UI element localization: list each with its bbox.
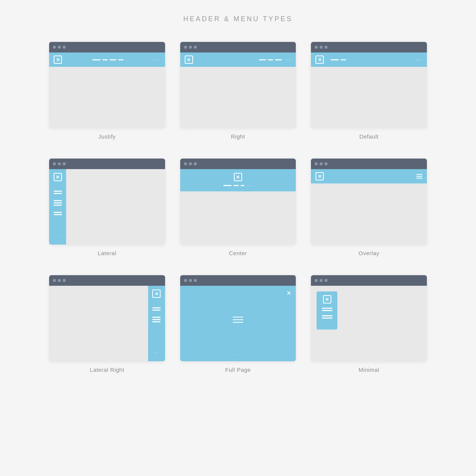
logo-x: ✕ bbox=[236, 175, 240, 180]
logo-icon: ✕ bbox=[185, 55, 193, 64]
dot3 bbox=[194, 46, 197, 49]
dot1 bbox=[184, 162, 187, 165]
sidebar-right: ✕ ·· bbox=[148, 286, 165, 361]
bar3 bbox=[152, 317, 161, 318]
content-lr bbox=[49, 286, 148, 361]
page-title: HEADER & MENU TYPES bbox=[183, 15, 293, 23]
layout-grid: ✕ ··· bbox=[49, 42, 427, 373]
label-right: Right bbox=[231, 133, 245, 140]
dot1 bbox=[315, 162, 318, 165]
label-center: Center bbox=[229, 250, 247, 256]
dots-icon: ··· bbox=[154, 57, 161, 63]
sidebar-item1 bbox=[152, 307, 161, 311]
mini-panel: ✕ ··· bbox=[317, 291, 337, 330]
window-right: ✕ ··· bbox=[180, 42, 296, 128]
dash2 bbox=[268, 59, 273, 60]
logo-x: ✕ bbox=[325, 297, 329, 302]
fp-nav bbox=[233, 317, 243, 323]
nav-dashes bbox=[92, 59, 124, 60]
sidebar-dots: ··· bbox=[55, 234, 60, 241]
dot2 bbox=[320, 46, 323, 49]
card-lateral: ✕ bbox=[49, 159, 165, 256]
fp-line1 bbox=[233, 317, 243, 317]
sidebar-nav bbox=[54, 189, 62, 234]
dash1 bbox=[223, 185, 232, 186]
card-default: ✕ ··· Default bbox=[311, 42, 427, 140]
card-lateral-right: ✕ ·· bbox=[49, 275, 165, 373]
dots-icon: ··· bbox=[416, 57, 422, 63]
dot3 bbox=[63, 162, 66, 165]
dot3 bbox=[325, 46, 328, 49]
window-default: ✕ ··· bbox=[311, 42, 427, 128]
titlebar-justify bbox=[49, 42, 165, 52]
card-right: ✕ ··· Right bbox=[180, 42, 296, 140]
header-left: ✕ bbox=[54, 55, 62, 64]
dot2 bbox=[189, 279, 192, 282]
body-minimal: ✕ ··· bbox=[311, 286, 427, 361]
body-center: ✕ ··· bbox=[180, 169, 296, 245]
bar3 bbox=[54, 200, 62, 201]
dash2 bbox=[341, 59, 346, 60]
titlebar-right bbox=[180, 42, 296, 52]
sidebar-dots: ··· bbox=[154, 350, 159, 357]
sidebar-item2 bbox=[54, 200, 62, 206]
header-right: ··· bbox=[416, 57, 422, 63]
header-left: ✕ bbox=[315, 55, 346, 64]
titlebar-minimal bbox=[311, 275, 427, 286]
mini-item1 bbox=[322, 308, 332, 311]
dots-icon: ··· bbox=[285, 57, 291, 62]
logo-x: ✕ bbox=[318, 174, 322, 179]
logo-icon: ✕ bbox=[152, 290, 161, 298]
bar4 bbox=[54, 202, 62, 203]
logo-icon: ✕ bbox=[323, 295, 331, 303]
label-minimal: Minimal bbox=[359, 367, 379, 373]
dot2 bbox=[58, 279, 61, 282]
hline2 bbox=[416, 176, 422, 177]
bar2 bbox=[152, 310, 161, 311]
body-justify: ✕ ··· bbox=[49, 52, 165, 128]
fp-line2 bbox=[233, 319, 243, 320]
bar2 bbox=[54, 193, 62, 194]
titlebar-overlay bbox=[311, 159, 427, 169]
titlebar-full-page bbox=[180, 275, 296, 286]
header-right-nav: ··· bbox=[259, 57, 291, 62]
label-lateral: Lateral bbox=[98, 250, 116, 256]
dot2 bbox=[189, 162, 192, 165]
fp-dots: · · bbox=[235, 353, 241, 357]
fp-line3 bbox=[233, 322, 243, 323]
header-center bbox=[92, 59, 124, 60]
mbar4 bbox=[322, 317, 332, 319]
bar5 bbox=[54, 205, 62, 206]
titlebar-lateral-right bbox=[49, 275, 165, 286]
mini-item2 bbox=[322, 315, 332, 319]
hamburger-icon bbox=[416, 174, 422, 179]
dash3 bbox=[110, 59, 116, 60]
header-justify: ✕ ··· bbox=[49, 52, 165, 67]
logo-x: ✕ bbox=[56, 175, 60, 180]
titlebar-default bbox=[311, 42, 427, 52]
dot2 bbox=[320, 162, 323, 165]
logo-row: ✕ bbox=[234, 173, 242, 181]
bar1 bbox=[152, 307, 161, 308]
titlebar-center bbox=[180, 159, 296, 169]
mini-nav bbox=[322, 306, 332, 319]
dot3 bbox=[63, 279, 66, 282]
titlebar-lateral bbox=[49, 159, 165, 169]
hline3 bbox=[416, 178, 422, 179]
nav-row: ··· bbox=[223, 183, 252, 188]
header-left: ✕ bbox=[185, 55, 193, 64]
bar6 bbox=[54, 212, 62, 213]
close-button[interactable]: ✕ bbox=[286, 290, 291, 297]
bar7 bbox=[54, 214, 62, 215]
mini-dots: ··· bbox=[325, 321, 329, 326]
bar5 bbox=[152, 321, 161, 322]
window-lateral-right: ✕ ·· bbox=[49, 275, 165, 361]
header-right-bar: ✕ ··· bbox=[180, 52, 296, 67]
body-default: ✕ ··· bbox=[311, 52, 427, 128]
label-lateral-right: Lateral Right bbox=[90, 367, 125, 373]
dash2 bbox=[102, 59, 108, 60]
dot3 bbox=[194, 279, 197, 282]
window-full-page: ✕ · · bbox=[180, 275, 296, 361]
body-overlay: ✕ bbox=[311, 169, 427, 245]
dot3 bbox=[63, 46, 66, 49]
